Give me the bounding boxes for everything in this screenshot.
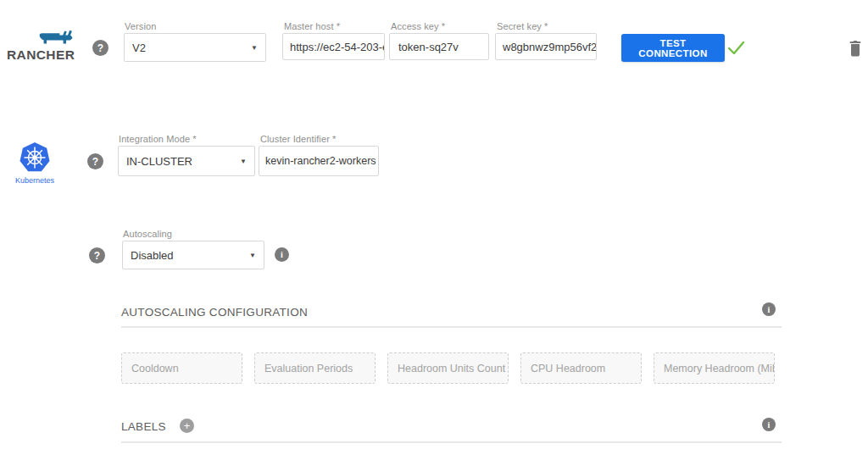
test-connection-button[interactable]: TEST CONNECTION [621, 34, 725, 62]
rancher-bull-icon [36, 28, 75, 47]
section-divider [121, 441, 782, 443]
add-label-button[interactable]: + [180, 419, 194, 433]
info-icon-autoscaling[interactable]: i [275, 247, 289, 262]
help-icon-autoscaling[interactable]: ? [89, 247, 105, 264]
info-icon-autoscaling-configuration[interactable]: i [762, 302, 776, 316]
secret-key-label: Secret key * [497, 21, 548, 31]
cluster-identifier-value: kevin-rancher2-workers [265, 155, 376, 167]
integration-config-page: RANCHER ? Version V2 ▼ Master host * htt… [0, 0, 868, 466]
autoscaling-select[interactable]: Disabled ▼ [122, 241, 264, 269]
access-key-input[interactable]: token-sq27v [389, 33, 489, 60]
cluster-identifier-input[interactable]: kevin-rancher2-workers [259, 146, 379, 176]
info-icon-labels[interactable]: i [762, 418, 776, 431]
memory-headroom-input-disabled: Memory Headroom (MiB) [654, 352, 775, 384]
chevron-down-icon: ▼ [246, 44, 258, 52]
chevron-down-icon: ▼ [244, 252, 256, 259]
master-host-input[interactable]: https://ec2-54-203-e [282, 33, 385, 60]
rancher-logo-text: RANCHER [7, 47, 75, 63]
help-icon-rancher[interactable]: ? [92, 40, 108, 56]
cooldown-input-disabled: Cooldown [121, 352, 242, 384]
integration-mode-label: Integration Mode * [119, 134, 197, 144]
headroom-units-count-input-disabled: Headroom Units Count [387, 352, 509, 384]
version-label: Version [125, 21, 156, 31]
section-divider [121, 326, 782, 328]
kubernetes-logo-text: Kubernetes [8, 176, 61, 185]
integration-mode-value: IN-CLUSTER [126, 155, 192, 168]
autoscaling-configuration-header: AUTOSCALING CONFIGURATION [121, 306, 308, 319]
master-host-value: https://ec2-54-203-e [290, 41, 385, 53]
secret-key-input[interactable]: w8gbnwz9mp56vf2 [495, 33, 597, 60]
evaluation-periods-input-disabled: Evaluation Periods [254, 352, 376, 384]
autoscaling-value: Disabled [131, 249, 174, 262]
secret-key-value: w8gbnwz9mp56vf2 [503, 41, 597, 53]
kubernetes-helm-icon [19, 141, 51, 174]
labels-header: LABELS [121, 420, 166, 433]
help-icon-kubernetes[interactable]: ? [87, 153, 103, 169]
access-key-label: Access key * [391, 21, 445, 31]
cpu-headroom-input-disabled: CPU Headroom [520, 352, 642, 384]
cluster-identifier-label: Cluster Identifier * [260, 134, 336, 144]
chevron-down-icon: ▼ [235, 158, 247, 165]
connection-success-check-icon [726, 39, 746, 58]
version-select[interactable]: V2 ▼ [124, 33, 266, 62]
delete-trash-icon[interactable] [847, 38, 864, 58]
version-value: V2 [132, 42, 146, 54]
autoscaling-label: Autoscaling [123, 229, 172, 239]
master-host-label: Master host * [284, 21, 340, 31]
integration-mode-select[interactable]: IN-CLUSTER ▼ [118, 146, 255, 176]
access-key-value: token-sq27v [398, 41, 459, 53]
